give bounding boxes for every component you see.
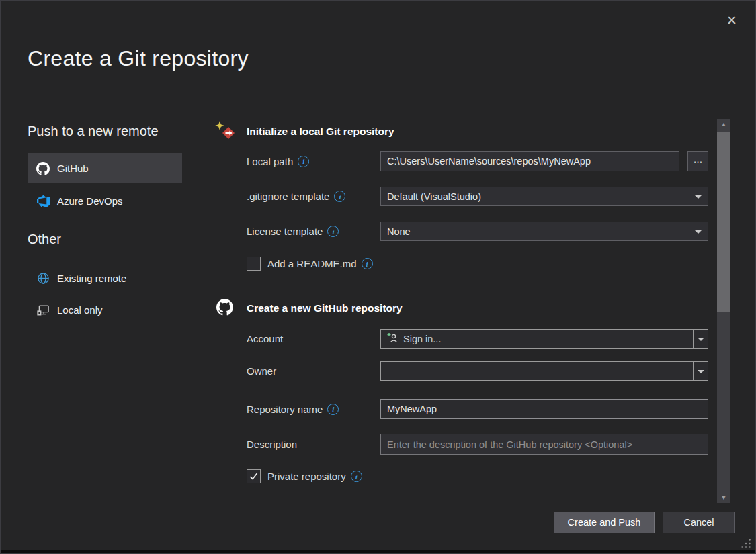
account-select[interactable]: Sign in... [380, 329, 708, 349]
readme-label: Add a README.md [267, 258, 373, 269]
owner-select[interactable] [380, 361, 708, 381]
chevron-down-icon [698, 338, 704, 341]
info-icon[interactable] [327, 226, 339, 237]
description-label: Description [247, 434, 297, 455]
github-icon [36, 162, 50, 175]
close-icon: ✕ [726, 13, 737, 28]
divider [693, 362, 694, 380]
scroll-up-icon[interactable] [717, 119, 730, 130]
sidebar-item-existing-remote[interactable]: Existing remote [28, 263, 182, 293]
account-selected-value: Sign in... [403, 334, 441, 344]
chevron-down-icon [695, 230, 702, 234]
gitignore-selected-value: Default (VisualStudio) [387, 191, 481, 202]
repo-name-label: Repository name [247, 399, 339, 419]
other-heading: Other [28, 232, 61, 247]
create-git-repo-dialog: ✕ Create a Git repository Push to a new … [0, 0, 756, 554]
owner-label: Owner [247, 361, 276, 381]
globe-icon [36, 272, 50, 285]
browse-button[interactable]: … [687, 151, 708, 171]
gitignore-select[interactable]: Default (VisualStudio) [380, 187, 708, 206]
sidebar-item-label: GitHub [57, 163, 89, 174]
sidebar-item-label: Existing remote [57, 273, 126, 284]
info-icon[interactable] [362, 258, 373, 269]
resize-grip[interactable] [741, 538, 751, 549]
sidebar-item-label: Local only [57, 304, 103, 316]
close-button[interactable]: ✕ [722, 10, 742, 30]
sidebar-item-github[interactable]: GitHub [28, 153, 182, 183]
scrollbar-thumb[interactable] [717, 132, 730, 312]
account-label: Account [247, 329, 283, 349]
page-title: Create a Git repository [28, 46, 249, 71]
github-section-title: Create a new GitHub repository [247, 302, 403, 314]
info-icon[interactable] [327, 404, 339, 415]
local-path-label: Local path [247, 151, 309, 171]
private-label: Private repository [267, 471, 362, 482]
add-user-icon [387, 332, 398, 346]
readme-checkbox-row: Add a README.md [247, 257, 373, 271]
vertical-scrollbar[interactable] [717, 119, 730, 503]
sidebar-item-azure-devops[interactable]: Azure DevOps [28, 186, 182, 216]
license-select[interactable]: None [380, 222, 708, 241]
init-section-title: Initialize a local Git repository [247, 126, 394, 138]
info-icon[interactable] [334, 191, 345, 202]
chevron-down-icon [698, 370, 704, 373]
chevron-down-icon [695, 195, 702, 199]
create-and-push-button[interactable]: Create and Push [554, 512, 655, 533]
window-edge [1, 550, 755, 553]
private-checkbox-row: Private repository [247, 469, 362, 483]
license-label: License template [247, 222, 339, 241]
license-selected-value: None [387, 226, 411, 237]
sidebar-item-label: Azure DevOps [57, 195, 123, 207]
init-repo-icon [215, 121, 235, 144]
readme-checkbox[interactable] [247, 257, 261, 271]
scroll-down-icon[interactable] [717, 492, 730, 503]
divider [693, 330, 694, 348]
local-path-input[interactable] [380, 151, 679, 171]
computer-icon [36, 304, 50, 316]
gitignore-label: .gitignore template [247, 187, 345, 206]
info-icon[interactable] [351, 471, 362, 482]
check-icon [249, 471, 259, 481]
cancel-button[interactable]: Cancel [663, 512, 735, 533]
sidebar-item-local-only[interactable]: Local only [28, 295, 182, 325]
private-checkbox[interactable] [247, 469, 261, 483]
repo-name-input[interactable] [380, 399, 708, 419]
description-input[interactable] [380, 434, 708, 455]
push-remote-heading: Push to a new remote [28, 124, 159, 139]
info-icon[interactable] [298, 156, 309, 167]
azure-devops-icon [36, 195, 50, 207]
github-icon [216, 299, 233, 318]
